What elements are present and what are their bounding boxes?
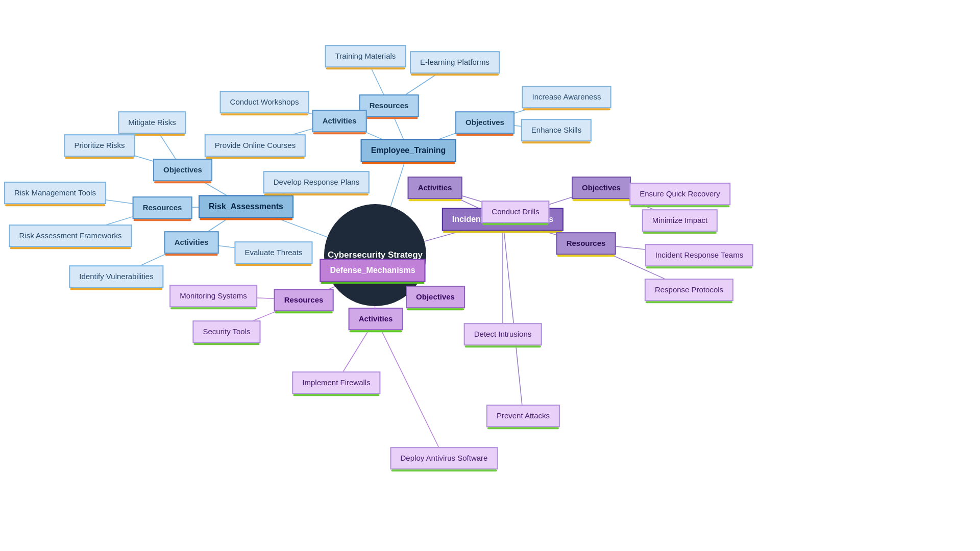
node-box-identify_vuln: Identify Vulnerabilities — [69, 265, 163, 288]
node-box-risk_assess_fw: Risk Assessment Frameworks — [9, 224, 132, 247]
node-box-security_tools: Security Tools — [192, 320, 260, 343]
node-ir_objectives[interactable]: Objectives — [572, 177, 631, 199]
svg-line-32 — [503, 219, 523, 416]
node-box-elearning: E-learning Platforms — [410, 51, 500, 73]
node-monitoring_systems[interactable]: Monitoring Systems — [169, 285, 257, 307]
node-box-ra_resources: Resources — [133, 196, 192, 219]
node-box-ir_objectives: Objectives — [572, 177, 631, 199]
node-prevent_attacks[interactable]: Prevent Attacks — [486, 405, 560, 427]
node-mitigate_risks[interactable]: Mitigate Risks — [118, 111, 186, 134]
node-box-minimize_impact: Minimize Impact — [642, 209, 718, 232]
node-ir_activities[interactable]: Activities — [408, 177, 462, 199]
node-et_resources[interactable]: Resources — [359, 94, 419, 117]
node-minimize_impact[interactable]: Minimize Impact — [642, 209, 718, 232]
node-box-defense_mechanisms: Defense_Mechanisms — [320, 259, 425, 282]
node-deploy_antivirus[interactable]: Deploy Antivirus Software — [390, 447, 498, 469]
node-develop_response[interactable]: Develop Response Plans — [263, 171, 370, 193]
node-et_activities[interactable]: Activities — [312, 110, 367, 132]
node-box-develop_response: Develop Response Plans — [263, 171, 370, 193]
node-ra_objectives[interactable]: Objectives — [153, 159, 212, 181]
node-training_materials[interactable]: Training Materials — [325, 45, 406, 67]
node-ir_resources[interactable]: Resources — [556, 232, 616, 255]
node-ensure_recovery[interactable]: Ensure Quick Recovery — [629, 183, 730, 205]
node-defense_mechanisms[interactable]: Defense_Mechanisms — [320, 259, 425, 282]
node-prioritize_risks[interactable]: Prioritize Risks — [64, 134, 135, 157]
node-box-dm_resources: Resources — [274, 289, 334, 311]
node-risk_assessments[interactable]: Risk_Assessments — [199, 195, 293, 218]
node-ra_activities[interactable]: Activities — [164, 231, 219, 254]
node-box-et_objectives: Objectives — [455, 111, 514, 134]
node-box-employee_training: Employee_Training — [361, 139, 456, 162]
node-risk_mgmt_tools[interactable]: Risk Management Tools — [4, 182, 106, 204]
node-box-monitoring_systems: Monitoring Systems — [169, 285, 257, 307]
svg-line-38 — [376, 319, 444, 458]
node-dm_objectives[interactable]: Objectives — [406, 286, 465, 308]
node-box-provide_online: Provide Online Courses — [205, 134, 306, 157]
mind-map: Cybersecurity StrategyEmployee_TrainingR… — [0, 0, 980, 551]
node-increase_awareness[interactable]: Increase Awareness — [522, 86, 611, 108]
node-ra_resources[interactable]: Resources — [133, 196, 192, 219]
node-box-enhance_skills: Enhance Skills — [521, 119, 592, 141]
node-response_protocols[interactable]: Response Protocols — [645, 279, 733, 301]
node-box-evaluate_threats: Evaluate Threats — [234, 241, 312, 264]
node-incident_teams[interactable]: Incident Response Teams — [645, 244, 753, 266]
node-box-conduct_workshops: Conduct Workshops — [220, 91, 309, 113]
node-box-incident_teams: Incident Response Teams — [645, 244, 753, 266]
node-implement_firewalls[interactable]: Implement Firewalls — [292, 371, 380, 394]
node-box-ensure_recovery: Ensure Quick Recovery — [629, 183, 730, 205]
node-box-risk_mgmt_tools: Risk Management Tools — [4, 182, 106, 204]
node-box-response_protocols: Response Protocols — [645, 279, 733, 301]
node-evaluate_threats[interactable]: Evaluate Threats — [234, 241, 312, 264]
node-box-increase_awareness: Increase Awareness — [522, 86, 611, 108]
node-conduct_workshops[interactable]: Conduct Workshops — [220, 91, 309, 113]
node-box-ir_resources: Resources — [556, 232, 616, 255]
node-employee_training[interactable]: Employee_Training — [361, 139, 456, 162]
node-box-et_resources: Resources — [359, 94, 419, 117]
node-box-prevent_attacks: Prevent Attacks — [486, 405, 560, 427]
node-detect_intrusions[interactable]: Detect Intrusions — [464, 323, 542, 345]
node-box-dm_objectives: Objectives — [406, 286, 465, 308]
node-dm_activities[interactable]: Activities — [349, 308, 403, 330]
node-provide_online[interactable]: Provide Online Courses — [205, 134, 306, 157]
node-box-conduct_drills: Conduct Drills — [481, 201, 549, 223]
node-box-training_materials: Training Materials — [325, 45, 406, 67]
node-elearning[interactable]: E-learning Platforms — [410, 51, 500, 73]
node-identify_vuln[interactable]: Identify Vulnerabilities — [69, 265, 163, 288]
node-risk_assess_fw[interactable]: Risk Assessment Frameworks — [9, 224, 132, 247]
node-box-deploy_antivirus: Deploy Antivirus Software — [390, 447, 498, 469]
node-box-implement_firewalls: Implement Firewalls — [292, 371, 380, 394]
node-box-ir_activities: Activities — [408, 177, 462, 199]
node-box-ra_objectives: Objectives — [153, 159, 212, 181]
node-box-detect_intrusions: Detect Intrusions — [464, 323, 542, 345]
node-box-mitigate_risks: Mitigate Risks — [118, 111, 186, 134]
node-et_objectives[interactable]: Objectives — [455, 111, 514, 134]
node-box-prioritize_risks: Prioritize Risks — [64, 134, 135, 157]
node-security_tools[interactable]: Security Tools — [192, 320, 260, 343]
node-box-risk_assessments: Risk_Assessments — [199, 195, 293, 218]
node-box-dm_activities: Activities — [349, 308, 403, 330]
node-dm_resources[interactable]: Resources — [274, 289, 334, 311]
node-box-et_activities: Activities — [312, 110, 367, 132]
node-box-ra_activities: Activities — [164, 231, 219, 254]
node-enhance_skills[interactable]: Enhance Skills — [521, 119, 592, 141]
node-conduct_drills[interactable]: Conduct Drills — [481, 201, 549, 223]
